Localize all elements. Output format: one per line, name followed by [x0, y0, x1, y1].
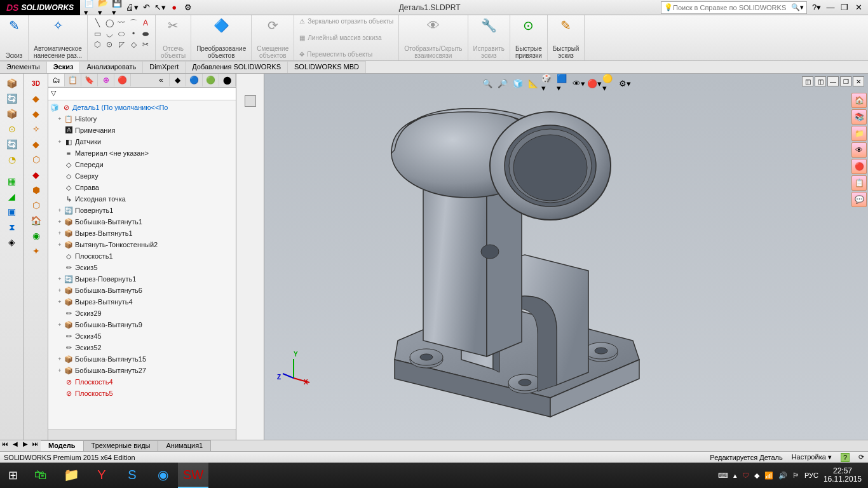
- tree-item[interactable]: +📦Вырез-Вытянуть1: [48, 227, 236, 239]
- tab-dimxpert[interactable]: DimXpert: [143, 61, 186, 73]
- status-custom[interactable]: Настройка ▾: [792, 453, 832, 461]
- tray-keyboard-icon[interactable]: ⌨: [718, 471, 728, 480]
- taskbar-yandex-icon[interactable]: Y: [86, 463, 117, 488]
- vp-close-icon[interactable]: ✕: [853, 76, 864, 86]
- trim2-icon[interactable]: ✂: [140, 39, 151, 50]
- taskpane-view-icon[interactable]: 👁: [851, 142, 867, 158]
- ribbon-convert[interactable]: 🔷 Преобразование объектов: [191, 15, 252, 60]
- tab-animation[interactable]: Анимация1: [158, 440, 211, 451]
- new-file-icon[interactable]: 📄▾: [84, 1, 97, 14]
- sk9-icon[interactable]: 🏠: [27, 214, 45, 227]
- sk7-icon[interactable]: ⬢: [27, 183, 45, 197]
- tree-item[interactable]: ◇Плоскость1: [48, 250, 236, 262]
- sk10-icon[interactable]: ◉: [27, 229, 45, 243]
- tray-shield-icon[interactable]: 🛡: [742, 471, 749, 479]
- tab-last-icon[interactable]: ⏭: [31, 440, 41, 451]
- tree-item[interactable]: +🔄Повернуть1: [48, 205, 236, 216]
- tray-action-icon[interactable]: 🏳: [792, 471, 799, 479]
- tree-item[interactable]: +📦Бобышка-Вытянуть9: [48, 319, 236, 330]
- tree-item[interactable]: +📦Бобышка-Вытянуть27: [48, 365, 236, 376]
- mirror-feat-icon[interactable]: ⧗: [3, 220, 21, 234]
- spline-icon[interactable]: 〰: [116, 18, 127, 28]
- fillet-icon[interactable]: ⌒: [128, 18, 139, 28]
- expand-icon[interactable]: +: [56, 207, 64, 214]
- ribbon-rapidsketch[interactable]: ✎ Быстрый эскиз: [548, 15, 585, 60]
- expand-icon[interactable]: +: [56, 367, 64, 374]
- tray-network-icon[interactable]: 📶: [764, 471, 773, 480]
- expand-icon[interactable]: +: [56, 116, 64, 122]
- taskpane-forum-icon[interactable]: 💬: [851, 192, 867, 207]
- sk6-icon[interactable]: ◆: [27, 168, 45, 182]
- tree-item[interactable]: ↳Исходная точка: [48, 193, 236, 205]
- tab-3dviews[interactable]: Трехмерные виды: [84, 440, 159, 451]
- sk11-icon[interactable]: ✦: [27, 244, 45, 258]
- vp-min-icon[interactable]: —: [827, 76, 839, 86]
- taskbar-explorer-icon[interactable]: 📁: [56, 463, 86, 488]
- display-swatch[interactable]: [245, 95, 256, 107]
- 3d-viewport[interactable]: 🔍 🔎 🧊 📐 🎲▾ 🟦▾ 👁▾ 🔴▾ 🟡▾ ⚙▾ ◫ ◫ — ❐ ✕: [264, 74, 868, 440]
- text-icon[interactable]: A: [140, 18, 151, 28]
- restore-icon[interactable]: ❐: [839, 3, 850, 12]
- tree-item[interactable]: ◇Сверху: [48, 170, 236, 182]
- tree-item[interactable]: ◇Справа: [48, 182, 236, 193]
- tree-item[interactable]: ✏Эскиз52: [48, 342, 236, 353]
- tree-filter[interactable]: ▽: [48, 88, 236, 100]
- rect-icon[interactable]: ▭: [92, 29, 103, 39]
- tab-sketch[interactable]: Эскиз: [47, 61, 81, 73]
- help-search[interactable]: 💡 🔍▾: [661, 1, 807, 14]
- taskbar-solidworks-icon[interactable]: SW: [178, 463, 208, 488]
- print-icon[interactable]: 🖨▾: [126, 1, 139, 14]
- 3d-icon[interactable]: 3D: [27, 76, 45, 90]
- taskbar-store-icon[interactable]: 🛍: [25, 463, 56, 488]
- expand-icon[interactable]: +: [56, 276, 64, 282]
- tree-item[interactable]: 🅰Примечания: [48, 125, 236, 136]
- revolve-cut-icon[interactable]: 🔄: [3, 137, 21, 151]
- help-icon[interactable]: ?▾: [811, 3, 822, 12]
- tree-item[interactable]: +📦Бобышка-Вытянуть15: [48, 353, 236, 365]
- tree-tab-property-icon[interactable]: 📋: [65, 74, 81, 86]
- point-icon[interactable]: •: [128, 29, 139, 39]
- shell-icon[interactable]: ▣: [3, 205, 21, 219]
- expand-icon[interactable]: +: [56, 139, 64, 145]
- tray-volume-icon[interactable]: 🔊: [778, 471, 787, 480]
- expand-icon[interactable]: +: [56, 287, 64, 294]
- poly-icon[interactable]: ⬡: [92, 39, 103, 50]
- vp-max-icon[interactable]: ❐: [840, 76, 851, 86]
- tree-item[interactable]: ⊘Плоскость4: [48, 376, 236, 388]
- tree-tab-config-icon[interactable]: 🔖: [81, 74, 98, 86]
- tree-collapse-icon[interactable]: «: [153, 74, 170, 86]
- expand-icon[interactable]: +: [56, 299, 64, 305]
- tray-chevron-icon[interactable]: ▴: [733, 471, 737, 480]
- tab-first-icon[interactable]: ⏮: [0, 440, 10, 451]
- taskpane-prop-icon[interactable]: 📋: [851, 175, 867, 191]
- chamfer-icon[interactable]: ◸: [116, 39, 127, 50]
- tree-item[interactable]: +📋History: [48, 113, 236, 125]
- status-help-icon[interactable]: ?: [841, 453, 850, 462]
- sk4-icon[interactable]: ◆: [27, 137, 45, 151]
- search-input[interactable]: [673, 4, 791, 11]
- center-icon[interactable]: ⊙: [104, 39, 115, 50]
- expand-icon[interactable]: +: [56, 322, 64, 328]
- rebuild-icon[interactable]: ●: [168, 1, 180, 14]
- close-icon[interactable]: ✕: [853, 3, 864, 12]
- sk3-icon[interactable]: ✧: [27, 122, 45, 136]
- tab-features[interactable]: Элементы: [0, 61, 47, 73]
- revolve-boss-icon[interactable]: 🔄: [3, 92, 21, 105]
- taskpane-home-icon[interactable]: 🏠: [851, 93, 867, 108]
- open-file-icon[interactable]: 📂▾: [98, 1, 111, 14]
- tree-item[interactable]: ✏Эскиз5: [48, 262, 236, 273]
- circle-icon[interactable]: ◯: [104, 18, 115, 28]
- tree-item[interactable]: ✏Эскиз29: [48, 308, 236, 319]
- tray-app1-icon[interactable]: ◆: [754, 471, 759, 480]
- tree-scrollbar[interactable]: [48, 430, 236, 440]
- tree-tab-disp-icon[interactable]: 🔴: [114, 74, 131, 86]
- pattern-icon[interactable]: ▦: [3, 174, 21, 188]
- tree-item[interactable]: +📦Бобышка-Вытянуть6: [48, 285, 236, 296]
- tree-tab-feature-icon[interactable]: 🗂: [48, 74, 65, 86]
- extrude-cut-icon[interactable]: 📦: [3, 107, 21, 121]
- minimize-icon[interactable]: —: [825, 3, 836, 12]
- tree-tab-dim-icon[interactable]: ⊕: [98, 74, 114, 86]
- ellipse-icon[interactable]: ⬭: [116, 29, 127, 39]
- ribbon-autodim[interactable]: ✧ Автоматическое нанесение раз...: [29, 15, 88, 60]
- expand-icon[interactable]: +: [56, 241, 64, 248]
